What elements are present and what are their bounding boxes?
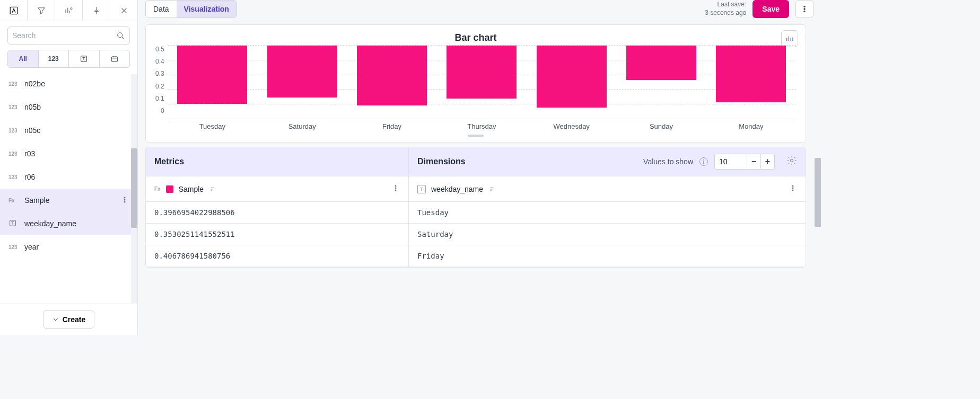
sidebar-tabstrip	[0, 0, 137, 21]
bar-saturday[interactable]	[257, 46, 347, 119]
x-label: Sunday	[616, 122, 706, 130]
sidebar-tab-chart[interactable]	[55, 0, 83, 21]
field-n05c[interactable]: 123n05c	[0, 119, 137, 142]
svg-point-9	[804, 6, 805, 7]
sort-icon	[209, 185, 217, 193]
metric-value: 0.406786941580756	[146, 245, 409, 267]
filter-all[interactable]: All	[8, 50, 39, 67]
bar-tuesday[interactable]	[168, 46, 257, 119]
config-items-row: Fx Sample T weekday_name	[146, 176, 806, 202]
filter-numeric[interactable]: 123	[39, 50, 69, 67]
svg-point-18	[792, 190, 793, 191]
svg-point-17	[792, 188, 793, 189]
create-button[interactable]: Create	[43, 311, 95, 329]
field-name: n05b	[24, 103, 41, 111]
field-Sample[interactable]: FxSample	[0, 189, 137, 212]
chart-card: Bar chart 0.50.40.30.20.10 TuesdaySaturd…	[145, 24, 806, 143]
tab-data[interactable]: Data	[146, 1, 177, 17]
svg-point-10	[804, 8, 805, 10]
sort-icon	[488, 185, 497, 193]
data-row: 0.3966954022988506Tuesday	[146, 202, 806, 224]
dots-vertical-icon	[391, 184, 400, 192]
type-badge: 123	[8, 104, 19, 110]
sidebar-tab-logo[interactable]	[0, 0, 28, 21]
field-n05b[interactable]: 123n05b	[0, 95, 137, 119]
type-filter-bar: All 123	[7, 50, 130, 68]
dimension-name: weekday_name	[431, 185, 483, 193]
info-icon[interactable]: i	[699, 157, 708, 166]
bar-thursday[interactable]	[437, 46, 527, 119]
dots-vertical-icon	[789, 184, 797, 192]
sidebar-tab-filter[interactable]	[28, 0, 55, 21]
filter-date[interactable]	[100, 50, 130, 67]
dimension-item[interactable]: T weekday_name	[409, 176, 806, 201]
dimension-value: Saturday	[409, 224, 806, 245]
bar-monday[interactable]	[706, 46, 796, 119]
sidebar-tab-pin[interactable]	[83, 0, 110, 21]
field-menu[interactable]	[120, 196, 129, 206]
tab-visualization[interactable]: Visualization	[177, 1, 237, 17]
dimension-value: Tuesday	[409, 202, 806, 223]
bar-chart-icon	[785, 34, 794, 43]
svg-point-15	[395, 190, 396, 191]
chart-resize-handle[interactable]	[468, 135, 484, 137]
filter-text[interactable]	[69, 50, 100, 67]
main-scrollbar-thumb[interactable]	[815, 158, 821, 227]
save-button[interactable]: Save	[752, 0, 789, 18]
config-panel: Metrics Dimensions Values to show i − +	[145, 147, 806, 268]
metric-value: 0.3530251141552511	[146, 224, 409, 245]
y-tick: 0.1	[155, 95, 164, 102]
chart-plot-area	[168, 46, 796, 119]
dots-vertical-icon	[800, 4, 809, 14]
x-label: Wednesday	[527, 122, 616, 130]
type-badge: 123	[8, 244, 19, 250]
search-input[interactable]	[12, 31, 116, 40]
field-weekday_name[interactable]: weekday_name	[0, 212, 137, 235]
sidebar: All 123 123n02be123n05b123n05c123r03123r…	[0, 0, 138, 335]
config-settings-button[interactable]	[786, 155, 797, 168]
field-name: n02be	[24, 79, 45, 88]
metrics-header: Metrics	[146, 147, 409, 176]
x-label: Friday	[347, 122, 436, 130]
config-header: Metrics Dimensions Values to show i − +	[146, 147, 806, 176]
metric-item[interactable]: Fx Sample	[146, 176, 409, 201]
search-icon	[116, 31, 125, 40]
stepper-increment[interactable]: +	[760, 154, 774, 169]
values-to-show-label: Values to show	[643, 157, 693, 166]
bar-wednesday[interactable]	[527, 46, 616, 119]
svg-point-12	[791, 159, 793, 162]
sidebar-tab-close[interactable]	[110, 0, 137, 21]
metric-value: 0.3966954022988506	[146, 202, 409, 223]
field-name: r06	[24, 173, 35, 181]
type-badge: 123	[8, 151, 19, 157]
values-to-show-stepper: − +	[714, 154, 775, 170]
main-scrollbar-track	[815, 158, 821, 335]
letter-a-icon	[9, 6, 19, 15]
svg-point-7	[124, 201, 125, 202]
text-type-badge: T	[417, 185, 426, 193]
svg-point-14	[395, 188, 396, 189]
field-year[interactable]: 123year	[0, 235, 137, 259]
svg-rect-4	[111, 57, 117, 61]
last-save-status: Last save: 3 seconds ago	[705, 1, 746, 17]
dimension-menu[interactable]	[789, 184, 797, 194]
field-n02be[interactable]: 123n02be	[0, 72, 137, 95]
funnel-icon	[37, 6, 46, 15]
bar-friday[interactable]	[347, 46, 436, 119]
more-menu-button[interactable]	[795, 0, 813, 18]
metric-menu[interactable]	[391, 184, 400, 194]
field-r03[interactable]: 123r03	[0, 142, 137, 165]
field-name: Sample	[24, 196, 49, 205]
values-to-show-input[interactable]	[715, 157, 747, 166]
text-type-icon	[80, 55, 88, 63]
type-badge: 123	[8, 81, 19, 87]
stepper-decrement[interactable]: −	[747, 154, 760, 169]
field-r06[interactable]: 123r06	[0, 165, 137, 189]
type-badge: Fx	[8, 198, 19, 203]
dimensions-header-row: Dimensions Values to show i − +	[409, 147, 806, 176]
field-list[interactable]: 123n02be123n05b123n05c123r03123r06FxSamp…	[0, 72, 137, 304]
sidebar-scrollbar-track	[131, 74, 137, 303]
bar-sunday[interactable]	[616, 46, 706, 119]
sidebar-scrollbar-thumb[interactable]	[131, 148, 137, 228]
dimension-value: Friday	[409, 245, 806, 267]
